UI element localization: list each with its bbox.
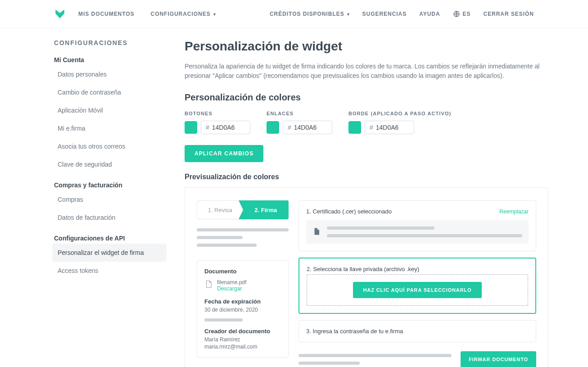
document-download-link[interactable]: Descargar	[217, 285, 246, 292]
step-tab-review[interactable]: 1. Revisa	[197, 200, 243, 219]
creator-label: Creador del documento	[204, 328, 281, 335]
step-tab-sign-wrap[interactable]: 2. Firma	[243, 200, 289, 219]
sidebar-item-security-key[interactable]: Clave de seguridad	[52, 155, 167, 173]
color-swatch[interactable]	[348, 121, 361, 134]
skeleton-line	[197, 244, 257, 247]
step-card-cert-title: 1. Certificado (.cer) seleccionado	[306, 208, 392, 215]
hash-symbol: #	[370, 124, 373, 131]
nav-language-label: ES	[463, 11, 471, 17]
skeleton-line	[197, 228, 289, 231]
preview-left-column: 1. Revisa 2. Firma Documento	[197, 200, 289, 367]
nav-credits-label: CRÉDITOS DISPONIBLES	[270, 11, 344, 17]
sidebar-item-billing-data[interactable]: Datos de facturación	[52, 208, 167, 227]
sidebar-section-api: Configuraciones de API	[54, 235, 167, 242]
color-hex-value: 14D0A6	[376, 124, 399, 131]
sidebar-item-efirma[interactable]: Mi e.firma	[52, 119, 167, 137]
brand-logo-icon	[54, 8, 66, 20]
apply-changes-button[interactable]: APLICAR CAMBIOS	[185, 145, 263, 162]
select-file-button[interactable]: HAZ CLIC AQUÍ PARA SELECCIONARLO	[353, 282, 481, 298]
color-field-links: ENLACES # 14D0A6	[267, 111, 332, 134]
skeleton-line	[327, 227, 434, 230]
chevron-down-icon: ▾	[347, 12, 350, 17]
nav-documents[interactable]: MIS DOCUMENTOS	[78, 11, 135, 17]
color-field-border: BORDE (APLICADO A PASO ACTIVO) # 14D0A6	[348, 111, 451, 134]
step-tab-sign: 2. Firma	[243, 200, 289, 219]
color-field-label: BORDE (APLICADO A PASO ACTIVO)	[348, 111, 451, 116]
main: Personalización de widget Personaliza la…	[185, 39, 548, 367]
file-icon	[204, 279, 213, 289]
color-field-label: ENLACES	[267, 111, 332, 116]
hash-symbol: #	[206, 124, 209, 131]
nav-suggestions[interactable]: SUGERENCIAS	[362, 11, 407, 17]
document-filename: filename.pdf	[217, 279, 246, 285]
sidebar-item-customize-widget[interactable]: Personalizar el widget de firma	[52, 244, 167, 262]
color-fields: BOTONES # 14D0A6 ENLACES #	[185, 111, 548, 134]
expiration-value: 30 de diciembre, 2020	[204, 307, 281, 313]
document-card-title: Documento	[204, 268, 281, 275]
sidebar-item-purchases[interactable]: Compras	[52, 190, 167, 208]
document-icon	[312, 227, 321, 236]
nav-left: MIS DOCUMENTOS CONFIGURACIONES ▾	[78, 11, 216, 17]
sidebar-item-access-tokens[interactable]: Access tokens	[52, 262, 167, 280]
color-field-label: BOTONES	[185, 111, 250, 116]
globe-icon	[453, 10, 460, 18]
sidebar-section-account: Mi Cuenta	[54, 56, 167, 63]
skeleton-line	[299, 362, 360, 365]
expiration-label: Fecha de expiración	[204, 298, 281, 305]
step-card-certificate: 1. Certificado (.cer) seleccionado Reemp…	[299, 200, 536, 251]
hash-symbol: #	[288, 124, 291, 131]
step-card-private-key: 2. Selecciona la llave privada (archivo …	[299, 258, 536, 314]
preview-right-column: 1. Certificado (.cer) seleccionado Reemp…	[299, 200, 536, 367]
creator-email: maria.rmrz@mail.com	[204, 344, 281, 350]
skeleton-block	[197, 228, 289, 251]
step-card-password: 3. Ingresa la contraseña de tu e.firma	[299, 320, 536, 342]
color-swatch[interactable]	[267, 121, 279, 134]
page-description: Personaliza la apariencia de tu widget d…	[185, 62, 545, 81]
color-hex-input[interactable]: # 14D0A6	[201, 121, 250, 134]
sidebar-item-personal-data[interactable]: Datos personales	[52, 65, 167, 83]
nav-language[interactable]: ES	[453, 10, 471, 18]
nav-configurations-label: CONFIGURACIONES	[151, 11, 211, 17]
sidebar: CONFIGURACIONES Mi Cuenta Datos personal…	[54, 39, 167, 367]
colors-section-title: Personalización de colores	[185, 92, 548, 103]
chevron-down-icon: ▾	[213, 12, 216, 17]
sidebar-item-associate-emails[interactable]: Asocia tus otros correos	[52, 137, 167, 155]
color-field-buttons: BOTONES # 14D0A6	[185, 111, 250, 134]
sidebar-section-billing: Compras y facturación	[54, 181, 167, 189]
step-card-key-title: 2. Selecciona la llave privada (archivo …	[307, 266, 528, 272]
document-card: Documento filename.pdf Descargar Fecha d…	[197, 260, 289, 358]
skeleton-line	[299, 354, 452, 357]
preview-label: Previsualización de colores	[185, 173, 548, 181]
dashed-dropzone[interactable]: HAZ CLIC AQUÍ PARA SELECCIONARLO	[307, 274, 528, 306]
skeleton-line	[327, 234, 522, 237]
preview-footer: FIRMAR DOCUMENTO	[299, 351, 536, 367]
skeleton-line	[197, 236, 243, 239]
step-tabs: 1. Revisa 2. Firma	[197, 200, 289, 219]
topbar: MIS DOCUMENTOS CONFIGURACIONES ▾ CRÉDITO…	[0, 0, 588, 28]
skeleton-line	[204, 318, 243, 322]
nav-credits[interactable]: CRÉDITOS DISPONIBLES ▾	[270, 11, 350, 17]
color-hex-value: 14D0A6	[294, 124, 317, 131]
sidebar-item-change-password[interactable]: Cambio de contraseña	[52, 83, 167, 101]
color-hex-value: 14D0A6	[212, 124, 235, 131]
step-card-password-title: 3. Ingresa la contraseña de tu e.firma	[306, 328, 529, 335]
creator-name: María Ramírez	[204, 336, 281, 343]
arrow-left-icon	[239, 200, 243, 219]
selected-cert-box	[306, 220, 529, 244]
nav-logout[interactable]: CERRAR SESIÓN	[484, 11, 534, 17]
color-hex-input[interactable]: # 14D0A6	[365, 121, 414, 134]
nav-configurations[interactable]: CONFIGURACIONES ▾	[151, 11, 216, 17]
page-title: Personalización de widget	[185, 39, 548, 54]
step-card-replace-link[interactable]: Reemplazar	[499, 208, 529, 215]
sign-document-button[interactable]: FIRMAR DOCUMENTO	[461, 351, 536, 367]
color-swatch[interactable]	[185, 121, 197, 134]
preview-surface: 1. Revisa 2. Firma Documento	[185, 187, 548, 367]
nav-right: CRÉDITOS DISPONIBLES ▾ SUGERENCIAS AYUDA…	[270, 10, 534, 18]
sidebar-title: CONFIGURACIONES	[54, 39, 167, 46]
sidebar-item-mobile-app[interactable]: Aplicación Móvil	[52, 101, 167, 119]
nav-help[interactable]: AYUDA	[419, 11, 440, 17]
color-hex-input[interactable]: # 14D0A6	[283, 121, 332, 134]
